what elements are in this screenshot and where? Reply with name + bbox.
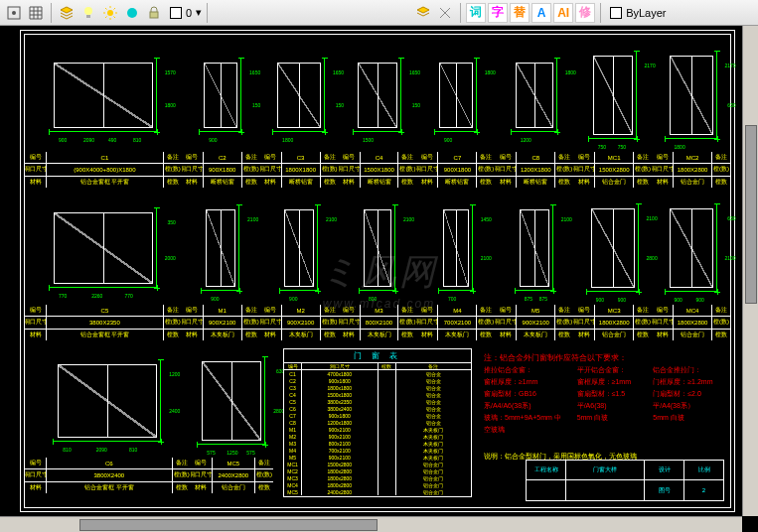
svg-point-5 bbox=[127, 8, 137, 18]
row2-spec-tables: 编号C5备注洞口尺寸3800X2350樘(数)材料铝合金窗框 平开窗樘数编号M1… bbox=[25, 305, 730, 340]
toolbar-separator bbox=[600, 3, 601, 23]
spec-MC3: 编号MC3备注洞口尺寸1800X2800樘(数)材料铝合金门樘数 bbox=[573, 305, 652, 340]
spec-C8: 编号C8备注洞口尺寸1200X1800樘(数)材料断桥铝窗樘数 bbox=[495, 152, 573, 188]
tool-snap-icon[interactable] bbox=[4, 3, 24, 23]
row3-elevations: 81020908101200240057512505756302800 bbox=[25, 344, 273, 458]
tool-match-icon[interactable] bbox=[435, 3, 455, 23]
spec-C3: 编号C3备注洞口尺寸1800X1800樘(数)材料断桥铝窗樘数 bbox=[260, 152, 339, 188]
row1-spec-tables: 编号C1备注洞口尺寸(900X4000+800)X1800樘(数)材料铝合金窗框… bbox=[25, 152, 730, 188]
elevation-MC5: 57512505756302800 bbox=[191, 344, 273, 458]
spec-C4: 编号C4备注洞口尺寸1500X1800樘(数)材料断桥铝窗樘数 bbox=[339, 152, 417, 188]
elevation-C1: 900209049081015701800 bbox=[25, 39, 182, 152]
text-tool-char[interactable]: 字 bbox=[488, 3, 508, 23]
elevation-M4: 70014502100 bbox=[416, 192, 495, 305]
row2-elevations: 7702260770350200090021009002100800210070… bbox=[25, 192, 730, 305]
svg-point-2 bbox=[84, 7, 92, 15]
toolbar: 0 ▾ 词 字 替 A AI 修 ByLayer bbox=[0, 0, 758, 26]
spec-M5: 编号M5备注洞口尺寸900X2100樘(数)材料木夹板门樘数 bbox=[495, 305, 573, 340]
spec-C5: 编号C5备注洞口尺寸3800X2350樘(数)材料铝合金窗框 平开窗樘数 bbox=[25, 305, 182, 340]
spec-MC4: 编号MC4备注洞口尺寸1800X2800樘(数)材料铝合金门樘数 bbox=[652, 305, 730, 340]
drawing-inner: 9002090490810157018009001650150180016501… bbox=[24, 34, 731, 508]
bylayer-label: ByLayer bbox=[626, 7, 666, 19]
elevation-C8: 12001800 bbox=[495, 39, 573, 152]
elevation-M3: 8002100 bbox=[339, 192, 417, 305]
notes-heading: 注：铝合金外门窗制作应符合以下要求： bbox=[484, 352, 724, 364]
elevation-M5: 8758752100 bbox=[495, 192, 573, 305]
row1-elevations: 9002090490810157018009001650150180016501… bbox=[25, 39, 730, 152]
notes-block: 注：铝合金外门窗制作应符合以下要求： 推拉铝合金窗： 窗框厚度：≥1mm 窗扇型… bbox=[484, 352, 724, 442]
tool-lock-icon[interactable] bbox=[144, 3, 164, 23]
toolbar-separator bbox=[460, 3, 461, 23]
toolbar-separator bbox=[51, 3, 52, 23]
drawing-canvas[interactable]: 9002090490810157018009001650150180016501… bbox=[0, 26, 758, 532]
scrollbar-vertical[interactable] bbox=[742, 26, 758, 516]
spec-MC5: 编号MC5备注洞口尺寸2400X2800樘(数)材料铝合金门樘数 bbox=[191, 458, 273, 493]
toolbar-separator bbox=[207, 3, 208, 23]
elevation-C4: 15001650150 bbox=[339, 39, 417, 152]
svg-point-1 bbox=[12, 11, 16, 15]
spec-MC2: 编号MC2备注洞口尺寸1800X2800樘(数)材料铝合金门樘数 bbox=[652, 152, 730, 188]
spec-C7: 编号C7备注洞口尺寸900X1800樘(数)材料断桥铝窗樘数 bbox=[416, 152, 495, 188]
row3-spec-tables: 编号C6备注洞口尺寸3800X2400樘(数)材料铝合金窗框 平开窗樘数编号MC… bbox=[25, 458, 273, 493]
text-tool-edit[interactable]: 修 bbox=[575, 3, 595, 23]
chevron-down-icon: ▾ bbox=[196, 6, 202, 19]
text-tool-ai[interactable]: AI bbox=[553, 3, 573, 23]
bylayer-dropdown[interactable]: ByLayer bbox=[610, 7, 666, 19]
spec-MC1: 编号MC1备注洞口尺寸1500X2800樘(数)材料铝合金门樘数 bbox=[573, 152, 652, 188]
elevation-C7: 9001800 bbox=[416, 39, 495, 152]
elevation-M1: 9002100 bbox=[182, 192, 260, 305]
spec-C6: 编号C6备注洞口尺寸3800X2400樘(数)材料铝合金窗框 平开窗樘数 bbox=[25, 458, 191, 493]
tool-freeze-icon[interactable] bbox=[122, 3, 142, 23]
elevation-MC4: 9009006302100 bbox=[652, 192, 730, 305]
drawing-border: 9002090490810157018009001650150180016501… bbox=[20, 30, 735, 512]
tool-bulb-icon[interactable] bbox=[78, 3, 98, 23]
elevation-MC2: 18002170630 bbox=[652, 39, 730, 152]
schedule-title: 门 窗 表 bbox=[284, 349, 471, 363]
schedule-body: C14700x1800铝合金C2900x1800铝合金C31800x1800铝合… bbox=[284, 370, 471, 495]
tool-layers-icon[interactable] bbox=[57, 3, 76, 23]
spec-C1: 编号C1备注洞口尺寸(900X4000+800)X1800樘(数)材料铝合金窗框… bbox=[25, 152, 182, 188]
text-tool-replace[interactable]: 替 bbox=[510, 3, 530, 23]
svg-point-4 bbox=[107, 10, 113, 16]
elevation-C5: 77022607703502000 bbox=[25, 192, 182, 305]
spec-M1: 编号M1备注洞口尺寸900X2100樘(数)材料木夹板门樘数 bbox=[182, 305, 260, 340]
title-block: 工程名称 门窗大样 设计 比例 图号 2 bbox=[526, 460, 724, 501]
svg-rect-3 bbox=[86, 15, 90, 18]
elevation-C6: 810209081012002400 bbox=[25, 344, 191, 458]
layer-name-label: 0 bbox=[186, 7, 192, 19]
tool-grid-icon[interactable] bbox=[26, 3, 46, 23]
tool-sun-icon[interactable] bbox=[100, 3, 120, 23]
text-tool-a[interactable]: A bbox=[531, 3, 551, 23]
spec-M4: 编号M4备注洞口尺寸700X2100樘(数)材料木夹板门樘数 bbox=[416, 305, 495, 340]
bylayer-swatch bbox=[610, 7, 622, 19]
tool-layers2-icon[interactable] bbox=[413, 3, 433, 23]
elevation-M2: 9002100 bbox=[260, 192, 339, 305]
scrollbar-horizontal[interactable] bbox=[0, 516, 742, 532]
elevation-MC3: 90090021002800 bbox=[573, 192, 652, 305]
text-tool-word[interactable]: 词 bbox=[466, 3, 486, 23]
layer-color-swatch bbox=[170, 7, 182, 19]
spec-M3: 编号M3备注洞口尺寸800X2100樘(数)材料木夹板门樘数 bbox=[339, 305, 417, 340]
spec-M2: 编号M2备注洞口尺寸900X2100樘(数)材料木夹板门樘数 bbox=[260, 305, 339, 340]
spec-C2: 编号C2备注洞口尺寸900X1800樘(数)材料断桥铝窗樘数 bbox=[182, 152, 260, 188]
elevation-MC1: 7507502170 bbox=[573, 39, 652, 152]
elevation-C2: 9001650150 bbox=[182, 39, 260, 152]
layer-dropdown[interactable]: 0 ▾ bbox=[170, 6, 202, 19]
elevation-C3: 18001650150 bbox=[260, 39, 339, 152]
svg-rect-6 bbox=[150, 12, 158, 18]
door-window-schedule: 门 窗 表 编号 洞口尺寸 樘数 备注 C14700x1800铝合金C2900x… bbox=[283, 348, 472, 497]
schedule-header: 编号 洞口尺寸 樘数 备注 bbox=[284, 363, 471, 370]
